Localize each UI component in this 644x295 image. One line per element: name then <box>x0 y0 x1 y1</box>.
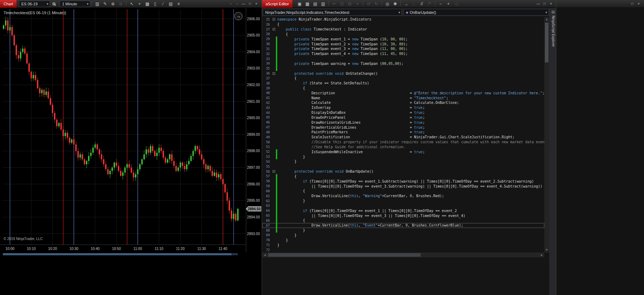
code-line[interactable]: 60 { <box>262 189 544 194</box>
close-icon[interactable]: × <box>548 1 554 7</box>
code-line[interactable]: 40 Description = @"Enter the description… <box>262 90 544 95</box>
compile-icon[interactable]: ✱ <box>392 1 399 7</box>
chart-trader-icon[interactable]: ▯ <box>152 1 159 7</box>
interval-selector[interactable]: 1 Minute ▾ <box>60 1 90 7</box>
minimize-icon[interactable]: — <box>535 1 541 7</box>
trend-line-icon[interactable]: ∕ <box>159 1 167 7</box>
code-line[interactable]: 31 private TimeSpan event_3 = new TimeSp… <box>262 46 544 51</box>
code-editor[interactable]: 25−namespace NinjaTrader.NinjaScript.Ind… <box>262 17 544 252</box>
code-line[interactable]: 58 if (Times[0][0].TimeOfDay == event_1.… <box>262 179 544 184</box>
expand-all-icon[interactable]: + <box>445 1 452 7</box>
price-chart[interactable]: 2906.002905.002904.002903.002902.002901.… <box>0 0 262 295</box>
close-icon[interactable]: × <box>636 1 642 7</box>
chart-style-icon[interactable]: ▥ <box>94 1 101 7</box>
print-icon[interactable]: ▤ <box>312 1 319 7</box>
scroll-left-icon[interactable]: ◄ <box>262 254 267 257</box>
code-line[interactable]: 45 DrawOnPricePanel = true; <box>262 115 544 120</box>
code-line[interactable]: 71} <box>262 243 544 247</box>
code-line[interactable]: 72 <box>262 247 544 252</box>
horizontal-scroll-thumb[interactable] <box>268 253 421 257</box>
code-line[interactable]: 51 //See Help Guide for additional infor… <box>262 145 544 150</box>
code-line[interactable]: 54 } <box>262 159 544 164</box>
scroll-to-end-button[interactable]: → <box>234 12 242 20</box>
editor-tab[interactable]: aScript Editor <box>262 0 293 8</box>
code-line[interactable]: 32 private TimeSpan event_4 = new TimeSp… <box>262 51 544 56</box>
maximize-icon[interactable]: □ <box>247 1 253 7</box>
data-box-icon[interactable]: ▦ <box>144 1 151 7</box>
code-line[interactable]: 56− protected override void OnBarUpdate(… <box>262 169 544 174</box>
fold-marker[interactable]: − <box>272 72 276 75</box>
undo-icon[interactable]: ↺ <box>365 1 372 7</box>
code-line[interactable]: 27− public class Timechecktest : Indicat… <box>262 27 544 32</box>
fold-marker[interactable]: − <box>272 18 276 21</box>
code-line[interactable]: 43 IsOverlay = true; <box>262 105 544 110</box>
chart-horizontal-scrollbar[interactable] <box>3 253 238 255</box>
code-line[interactable]: 62 } <box>262 199 544 204</box>
chart-tab[interactable]: Chart <box>0 0 17 8</box>
instrument-link-icon[interactable]: ▫ <box>228 1 234 7</box>
comment-icon[interactable]: // <box>418 1 425 7</box>
code-line[interactable]: 66 { <box>262 218 544 223</box>
maximize-icon[interactable]: □ <box>542 1 547 7</box>
code-line[interactable]: 30 private TimeSpan event_2 = new TimeSp… <box>262 41 544 46</box>
fold-marker[interactable]: − <box>272 28 276 30</box>
instrument-selector[interactable]: ES 06-19 ▾ <box>19 1 50 7</box>
code-line[interactable]: 47 DrawVerticalGridLines = true; <box>262 125 544 130</box>
type-selector[interactable]: NinjaTrader.NinjaScript.Indicators.Timec… <box>263 9 402 16</box>
zoom-out-icon[interactable]: ⊖ <box>117 1 124 7</box>
scroll-right-icon[interactable]: ► <box>539 254 544 257</box>
minimize-icon[interactable]: — <box>241 1 246 7</box>
code-line[interactable]: 46 DrawHorizontalGridLines = true; <box>262 120 544 125</box>
cut-icon[interactable]: ✂ <box>331 1 338 7</box>
cursor-icon[interactable]: ↖ <box>128 1 135 7</box>
code-line[interactable]: 63 <box>262 203 544 208</box>
vertical-scroll-thumb[interactable] <box>545 23 549 62</box>
code-line[interactable]: 55 <box>262 164 544 169</box>
find-icon[interactable]: ◎ <box>384 1 391 7</box>
copy-icon[interactable]: ⊡ <box>338 1 345 7</box>
editor-vertical-scrollbar[interactable]: ▲ ▼ <box>544 17 549 252</box>
code-line[interactable]: 64 if (Times[0][0].TimeOfDay == event_1 … <box>262 208 544 213</box>
ninjascript-explorer-tab[interactable]: NinjaScript Explorer <box>551 16 555 47</box>
scroll-down-icon[interactable]: ▼ <box>544 247 549 252</box>
zoom-in-icon[interactable]: ⊕ <box>109 1 116 7</box>
code-line[interactable]: 59 || Times[0][0].TimeOfDay == event_3.S… <box>262 184 544 189</box>
fold-marker[interactable]: − <box>272 170 276 173</box>
code-line[interactable]: 33 <box>262 56 544 61</box>
code-line[interactable]: 42 Calculate = Calculate.OnBarClose; <box>262 100 544 105</box>
code-line[interactable]: 35 <box>262 66 544 71</box>
outdent-icon[interactable]: ← <box>410 1 417 7</box>
code-line[interactable]: 68 } <box>262 228 544 233</box>
code-line[interactable]: 48 PaintPriceMarkers = true; <box>262 130 544 135</box>
code-line[interactable]: 52 IsSuspendedWhileInactive = true; <box>262 149 544 154</box>
close-icon[interactable]: × <box>253 1 259 7</box>
code-line[interactable]: 41 Name = "Timechecktest"; <box>262 95 544 100</box>
save-all-icon[interactable]: ▩ <box>304 1 311 7</box>
code-line[interactable]: 38 if (State == State.SetDefaults) <box>262 81 544 86</box>
code-line[interactable]: 34 private TimeSpan warning = new TimeSp… <box>262 61 544 66</box>
maximize-icon[interactable]: □ <box>629 1 635 7</box>
code-line[interactable]: 70 } <box>262 238 544 243</box>
code-line[interactable]: 69 } <box>262 233 544 238</box>
grid-icon[interactable]: ▤ <box>167 1 174 7</box>
paste-icon[interactable]: ⊟ <box>346 1 353 7</box>
stop-icon[interactable]: ◁ <box>453 1 460 7</box>
code-line[interactable]: 50 //Disable this property if your indic… <box>262 140 544 145</box>
code-line[interactable]: 61 Draw.VerticalLine(this, "Warning"+Cur… <box>262 194 544 199</box>
editor-horizontal-scrollbar[interactable]: ◄ ► <box>262 252 544 257</box>
search-icon[interactable] <box>50 1 58 7</box>
code-line[interactable]: 44 DisplayInDataBox = true; <box>262 110 544 115</box>
code-line[interactable]: 36− protected override void OnStateChang… <box>262 71 544 76</box>
member-selector[interactable]: ◆ OnBarUpdate() ▾ <box>403 9 549 16</box>
code-line[interactable]: 37 { <box>262 76 544 81</box>
crosshair-icon[interactable]: + <box>136 1 143 7</box>
scroll-up-icon[interactable]: ▲ <box>544 17 549 22</box>
delete-icon[interactable]: × <box>354 1 361 7</box>
code-line[interactable]: 29 private TimeSpan event_1 = new TimeSp… <box>262 37 544 41</box>
code-line[interactable]: 49 ScaleJustification = NinjaTrader.Gui.… <box>262 135 544 140</box>
code-line[interactable]: 39 { <box>262 86 544 91</box>
indicators-icon[interactable]: ≡ <box>175 1 182 7</box>
code-line[interactable]: 53 } <box>262 154 544 159</box>
code-line[interactable]: 26{ <box>262 22 544 27</box>
code-line[interactable]: 67 Draw.VerticalLine(this, "Event"+Curre… <box>262 223 544 228</box>
